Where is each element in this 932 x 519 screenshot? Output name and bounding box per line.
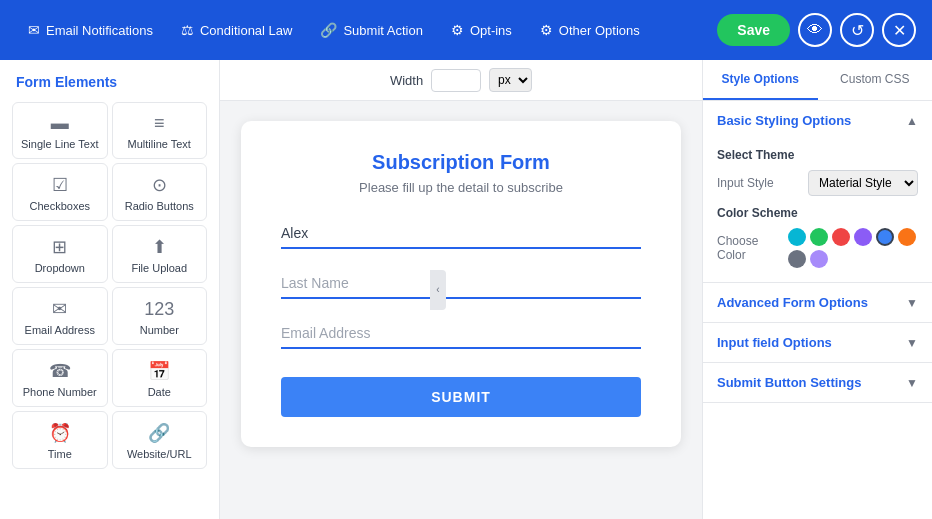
- sidebar-title: Form Elements: [0, 60, 219, 98]
- form-elements-sidebar: Form Elements ▬Single Line Text≡Multilin…: [0, 60, 220, 519]
- nav-email-notifications[interactable]: ✉ Email Notifications: [16, 16, 165, 44]
- color-swatch-red[interactable]: [832, 228, 850, 246]
- form-field-lastname: [281, 269, 641, 299]
- date-icon: 📅: [148, 360, 170, 382]
- accordion-basic-styling: Basic Styling Options ▲ Select Theme Inp…: [703, 101, 932, 283]
- firstname-input[interactable]: [281, 219, 641, 249]
- accordion-basic-styling-header[interactable]: Basic Styling Options ▲: [703, 101, 932, 140]
- element-email-address[interactable]: ✉Email Address: [12, 287, 108, 345]
- accordion-input-field-header[interactable]: Input field Options ▼: [703, 323, 932, 362]
- save-button[interactable]: Save: [717, 14, 790, 46]
- element-file-upload[interactable]: ⬆File Upload: [112, 225, 208, 283]
- sidebar-collapse-button[interactable]: ‹: [430, 270, 446, 310]
- tab-custom-css[interactable]: Custom CSS: [818, 60, 933, 100]
- element-date[interactable]: 📅Date: [112, 349, 208, 407]
- time-icon: ⏰: [49, 422, 71, 444]
- element-grid: ▬Single Line Text≡Multiline Text☑Checkbo…: [0, 98, 219, 473]
- element-time[interactable]: ⏰Time: [12, 411, 108, 469]
- color-swatches: [788, 228, 918, 268]
- accordion-submit-button-header[interactable]: Submit Button Settings ▼: [703, 363, 932, 402]
- form-field-firstname: [281, 219, 641, 249]
- accordion-advanced-form: Advanced Form Options ▼: [703, 283, 932, 323]
- gear-icon: ⚙: [451, 22, 464, 38]
- main-layout: Form Elements ▬Single Line Text≡Multilin…: [0, 60, 932, 519]
- theme-section-label: Select Theme: [717, 148, 918, 162]
- choose-color-label: Choose Color: [717, 234, 788, 262]
- right-panel: Style Options Custom CSS Basic Styling O…: [702, 60, 932, 519]
- close-button[interactable]: ✕: [882, 13, 916, 47]
- element-checkboxes[interactable]: ☑Checkboxes: [12, 163, 108, 221]
- element-radio-buttons[interactable]: ⊙Radio Buttons: [112, 163, 208, 221]
- color-swatch-gray[interactable]: [788, 250, 806, 268]
- element-dropdown[interactable]: ⊞Dropdown: [12, 225, 108, 283]
- accordion-basic-styling-body: Select Theme Input Style Material Style …: [703, 140, 932, 282]
- color-swatch-purple[interactable]: [854, 228, 872, 246]
- single-line-text-icon: ▬: [51, 113, 69, 134]
- email-input[interactable]: [281, 319, 641, 349]
- number-icon: 123: [144, 299, 174, 320]
- radio-buttons-icon: ⊙: [152, 174, 167, 196]
- color-swatch-green[interactable]: [810, 228, 828, 246]
- multiline-text-icon: ≡: [154, 113, 165, 134]
- file-upload-icon: ⬆: [152, 236, 167, 258]
- email-address-icon: ✉: [52, 298, 67, 320]
- color-section-label: Color Scheme: [717, 206, 918, 220]
- color-swatch-light-purple[interactable]: [810, 250, 828, 268]
- color-swatch-cyan[interactable]: [788, 228, 806, 246]
- email-icon: ✉: [28, 22, 40, 38]
- dropdown-icon: ⊞: [52, 236, 67, 258]
- form-field-email: [281, 319, 641, 349]
- color-row: Choose Color: [717, 228, 918, 268]
- accordion-advanced-form-header[interactable]: Advanced Form Options ▼: [703, 283, 932, 322]
- close-icon: ✕: [893, 21, 906, 40]
- element-phone-number[interactable]: ☎Phone Number: [12, 349, 108, 407]
- color-swatch-orange[interactable]: [898, 228, 916, 246]
- top-nav: ✉ Email Notifications ⚖ Conditional Law …: [0, 0, 932, 60]
- element-multiline-text[interactable]: ≡Multiline Text: [112, 102, 208, 159]
- canvas-toolbar: Width 550 px %: [220, 60, 702, 101]
- submit-button[interactable]: SUBMIT: [281, 377, 641, 417]
- element-website-url[interactable]: 🔗Website/URL: [112, 411, 208, 469]
- link-icon: 🔗: [320, 22, 337, 38]
- chevron-up-icon: ▲: [906, 114, 918, 128]
- options-icon: ⚙: [540, 22, 553, 38]
- phone-number-icon: ☎: [49, 360, 71, 382]
- eye-icon: 👁: [807, 21, 823, 39]
- canvas-area: Width 550 px % Subscription Form Please …: [220, 60, 702, 519]
- chevron-down-icon-3: ▼: [906, 376, 918, 390]
- accordion-submit-button: Submit Button Settings ▼: [703, 363, 932, 403]
- form-card: Subscription Form Please fill up the det…: [241, 121, 681, 447]
- lastname-input[interactable]: [281, 269, 641, 299]
- panel-tabs: Style Options Custom CSS: [703, 60, 932, 101]
- checkboxes-icon: ☑: [52, 174, 68, 196]
- website-url-icon: 🔗: [148, 422, 170, 444]
- accordion-input-field: Input field Options ▼: [703, 323, 932, 363]
- element-number[interactable]: 123Number: [112, 287, 208, 345]
- nav-other-options[interactable]: ⚙ Other Options: [528, 16, 652, 44]
- width-label: Width: [390, 73, 423, 88]
- input-style-row: Input Style Material Style Default Style: [717, 170, 918, 196]
- form-title: Subscription Form: [281, 151, 641, 174]
- input-style-select[interactable]: Material Style Default Style: [808, 170, 918, 196]
- preview-button[interactable]: 👁: [798, 13, 832, 47]
- width-input[interactable]: 550: [431, 69, 481, 92]
- refresh-button[interactable]: ↺: [840, 13, 874, 47]
- chevron-down-icon-2: ▼: [906, 336, 918, 350]
- form-subtitle: Please fill up the detail to subscribe: [281, 180, 641, 195]
- input-style-label: Input Style: [717, 176, 774, 190]
- element-single-line-text[interactable]: ▬Single Line Text: [12, 102, 108, 159]
- tab-style-options[interactable]: Style Options: [703, 60, 818, 100]
- nav-conditional-law[interactable]: ⚖ Conditional Law: [169, 16, 305, 44]
- width-unit-select[interactable]: px %: [489, 68, 532, 92]
- color-swatch-blue[interactable]: [876, 228, 894, 246]
- nav-submit-action[interactable]: 🔗 Submit Action: [308, 16, 435, 44]
- nav-opt-ins[interactable]: ⚙ Opt-ins: [439, 16, 524, 44]
- conditional-icon: ⚖: [181, 22, 194, 38]
- chevron-down-icon: ▼: [906, 296, 918, 310]
- refresh-icon: ↺: [851, 21, 864, 40]
